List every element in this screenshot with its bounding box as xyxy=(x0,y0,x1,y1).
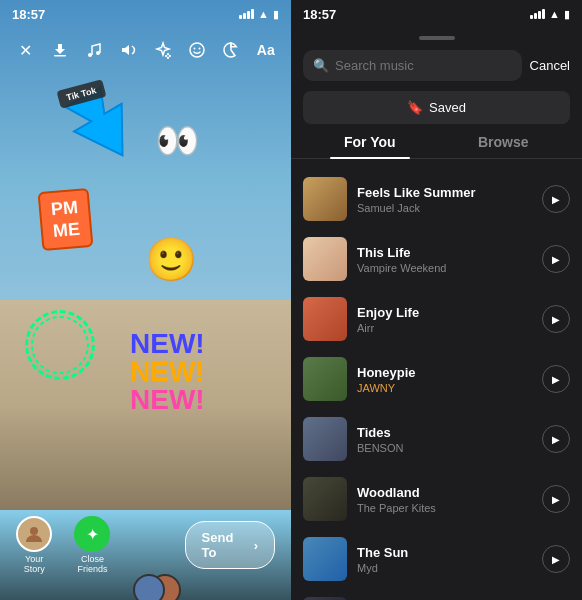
song-info-4: Tides BENSON xyxy=(357,425,532,454)
album-art-6 xyxy=(303,537,347,581)
chevron-right-icon: › xyxy=(254,538,258,553)
saved-button[interactable]: 🔖 Saved xyxy=(303,91,570,124)
play-button-6[interactable]: ▶ xyxy=(542,545,570,573)
text-icon[interactable]: Aa xyxy=(251,35,281,65)
close-friends-avatar: ✦ xyxy=(74,516,110,552)
song-artist-4: BENSON xyxy=(357,442,532,454)
play-button-3[interactable]: ▶ xyxy=(542,365,570,393)
close-friends-label: Close Friends xyxy=(68,554,116,574)
music-icon[interactable] xyxy=(79,35,109,65)
pm-sticker[interactable]: PM ME xyxy=(38,188,94,251)
pm-line1: PM xyxy=(50,197,79,221)
search-input-wrap[interactable]: 🔍 xyxy=(303,50,522,81)
music-item[interactable]: Woodland The Paper Kites ▶ xyxy=(291,469,582,529)
song-info-3: Honeypie JAWNY xyxy=(357,365,532,394)
volume-icon[interactable] xyxy=(113,35,143,65)
music-item[interactable]: Tides BENSON ▶ xyxy=(291,409,582,469)
download-icon[interactable] xyxy=(45,35,75,65)
album-art-5 xyxy=(303,477,347,521)
song-title-6: The Sun xyxy=(357,545,532,560)
song-title-4: Tides xyxy=(357,425,532,440)
send-to-label: Send To xyxy=(202,530,248,560)
svg-point-2 xyxy=(96,51,100,55)
friend-avatar-1 xyxy=(133,574,165,600)
tab-for-you[interactable]: For You xyxy=(303,134,437,158)
search-row: 🔍 Cancel xyxy=(291,50,582,81)
send-to-button[interactable]: Send To › xyxy=(185,521,275,569)
song-title-5: Woodland xyxy=(357,485,532,500)
left-toolbar: ✕ xyxy=(0,28,291,72)
cancel-button[interactable]: Cancel xyxy=(530,58,570,73)
close-friends-item[interactable]: ✦ Close Friends xyxy=(68,516,116,574)
r-signal-bar-4 xyxy=(542,9,545,19)
left-status-icons: ▲ ▮ xyxy=(239,8,279,21)
tabs-row: For You Browse xyxy=(291,134,582,159)
play-button-0[interactable]: ▶ xyxy=(542,185,570,213)
song-title-0: Feels Like Summer xyxy=(357,185,532,200)
song-info-0: Feels Like Summer Samuel Jack xyxy=(357,185,532,214)
song-info-6: The Sun Myd xyxy=(357,545,532,574)
song-title-2: Enjoy Life xyxy=(357,305,532,320)
song-artist-2: Airr xyxy=(357,322,532,334)
left-status-bar: 18:57 ▲ ▮ xyxy=(0,0,291,28)
music-list: Feels Like Summer Samuel Jack ▶ This Lif… xyxy=(291,169,582,600)
music-item[interactable]: Enjoy Life Airr ▶ xyxy=(291,289,582,349)
tap-here-sticker[interactable]: TAP HERE TAP HERE TAP HERE xyxy=(25,310,95,380)
emoji-icon[interactable] xyxy=(182,35,212,65)
song-artist-6: Myd xyxy=(357,562,532,574)
new-line-3: NEW! xyxy=(130,386,205,414)
new-sticker[interactable]: NEW! NEW! NEW! xyxy=(130,330,205,414)
song-info-1: This Life Vampire Weekend xyxy=(357,245,532,274)
sticker-icon[interactable] xyxy=(216,35,246,65)
svg-point-5 xyxy=(199,48,201,50)
signal-bar-1 xyxy=(239,15,242,19)
search-input[interactable] xyxy=(335,58,512,73)
search-icon: 🔍 xyxy=(313,58,329,73)
music-item[interactable]: The Sun Myd ▶ xyxy=(291,529,582,589)
svg-point-7 xyxy=(30,527,38,535)
song-info-5: Woodland The Paper Kites xyxy=(357,485,532,514)
svg-point-1 xyxy=(88,53,92,57)
play-button-4[interactable]: ▶ xyxy=(542,425,570,453)
album-art-3 xyxy=(303,357,347,401)
left-time: 18:57 xyxy=(12,7,45,22)
right-time: 18:57 xyxy=(303,7,336,22)
battery-icon: ▮ xyxy=(273,8,279,21)
music-item[interactable]: Dissolve Absofacto ▶ xyxy=(291,589,582,600)
song-artist-3: JAWNY xyxy=(357,382,532,394)
signal-bar-3 xyxy=(247,11,250,19)
saved-label: Saved xyxy=(429,100,466,115)
song-info-2: Enjoy Life Airr xyxy=(357,305,532,334)
signal-bar-2 xyxy=(243,13,246,19)
your-story-avatar xyxy=(16,516,52,552)
r-signal-bar-3 xyxy=(538,11,541,19)
wifi-icon: ▲ xyxy=(258,8,269,20)
right-panel: 18:57 ▲ ▮ 🔍 Cancel 🔖 Saved For You Brows… xyxy=(291,0,582,600)
close-button[interactable]: ✕ xyxy=(10,35,40,65)
your-story-item[interactable]: Your Story xyxy=(16,516,52,574)
svg-point-3 xyxy=(190,43,204,57)
right-battery-icon: ▮ xyxy=(564,8,570,21)
music-item[interactable]: Feels Like Summer Samuel Jack ▶ xyxy=(291,169,582,229)
play-button-2[interactable]: ▶ xyxy=(542,305,570,333)
song-title-1: This Life xyxy=(357,245,532,260)
smiley-sticker[interactable]: 🙂 xyxy=(145,235,197,284)
pm-line2: ME xyxy=(52,218,81,242)
right-status-bar: 18:57 ▲ ▮ xyxy=(291,0,582,28)
eyes-sticker[interactable]: 👀 xyxy=(155,120,200,162)
song-artist-1: Vampire Weekend xyxy=(357,262,532,274)
play-button-5[interactable]: ▶ xyxy=(542,485,570,513)
album-art-1 xyxy=(303,237,347,281)
your-story-label: Your Story xyxy=(16,554,52,574)
left-panel: 18:57 ▲ ▮ ✕ xyxy=(0,0,291,600)
music-item[interactable]: This Life Vampire Weekend ▶ xyxy=(291,229,582,289)
svg-text:TAP HERE TAP HERE TAP HERE: TAP HERE TAP HERE TAP HERE xyxy=(28,313,92,315)
music-item[interactable]: Honeypie JAWNY ▶ xyxy=(291,349,582,409)
story-items: Your Story ✦ Close Friends xyxy=(16,516,185,574)
tab-browse[interactable]: Browse xyxy=(437,134,571,158)
effects-icon[interactable] xyxy=(148,35,178,65)
album-art-4 xyxy=(303,417,347,461)
play-button-1[interactable]: ▶ xyxy=(542,245,570,273)
signal-bars xyxy=(239,9,254,19)
svg-rect-0 xyxy=(54,55,66,57)
